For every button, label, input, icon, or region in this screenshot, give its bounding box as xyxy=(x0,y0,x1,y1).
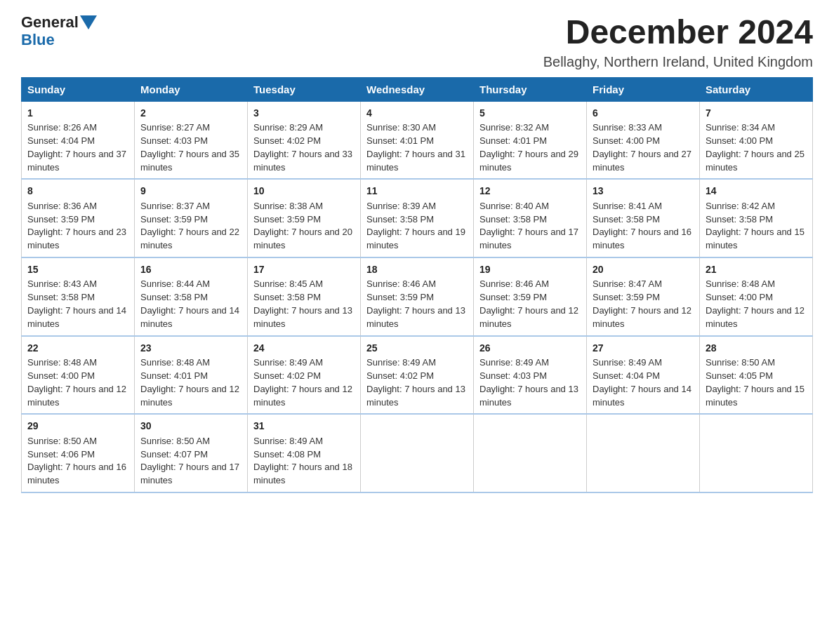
day-daylight: Daylight: 7 hours and 33 minutes xyxy=(253,149,352,173)
week-row-5: 29 Sunrise: 8:50 AM Sunset: 4:06 PM Dayl… xyxy=(22,414,813,492)
day-sunset: Sunset: 3:59 PM xyxy=(479,292,547,302)
page-subtitle: Bellaghy, Northern Ireland, United Kingd… xyxy=(543,54,813,70)
day-cell: 14 Sunrise: 8:42 AM Sunset: 3:58 PM Dayl… xyxy=(700,179,813,257)
calendar-table: SundayMondayTuesdayWednesdayThursdayFrid… xyxy=(21,77,813,493)
day-sunset: Sunset: 3:59 PM xyxy=(140,214,208,224)
header-thursday: Thursday xyxy=(474,77,587,101)
day-cell: 27 Sunrise: 8:49 AM Sunset: 4:04 PM Dayl… xyxy=(587,336,700,415)
day-sunset: Sunset: 3:59 PM xyxy=(27,214,95,224)
day-daylight: Daylight: 7 hours and 31 minutes xyxy=(366,149,465,173)
day-sunrise: Sunrise: 8:49 AM xyxy=(479,357,549,368)
day-number: 4 xyxy=(366,106,468,120)
day-daylight: Daylight: 7 hours and 29 minutes xyxy=(479,149,578,173)
day-daylight: Daylight: 7 hours and 15 minutes xyxy=(706,227,805,250)
day-sunset: Sunset: 4:08 PM xyxy=(253,449,321,459)
day-cell: 4 Sunrise: 8:30 AM Sunset: 4:01 PM Dayli… xyxy=(361,101,474,179)
day-cell: 17 Sunrise: 8:45 AM Sunset: 3:58 PM Dayl… xyxy=(248,257,361,336)
day-sunrise: Sunrise: 8:48 AM xyxy=(27,357,97,368)
day-number: 18 xyxy=(366,262,468,276)
day-sunset: Sunset: 3:58 PM xyxy=(479,214,547,224)
day-cell: 23 Sunrise: 8:48 AM Sunset: 4:01 PM Dayl… xyxy=(135,336,248,415)
day-daylight: Daylight: 7 hours and 20 minutes xyxy=(253,227,352,250)
header-sunday: Sunday xyxy=(22,77,135,101)
day-cell: 21 Sunrise: 8:48 AM Sunset: 4:00 PM Dayl… xyxy=(700,257,813,336)
day-sunset: Sunset: 4:02 PM xyxy=(366,370,434,381)
day-sunrise: Sunrise: 8:41 AM xyxy=(593,201,662,211)
day-daylight: Daylight: 7 hours and 27 minutes xyxy=(593,149,691,173)
day-number: 14 xyxy=(706,184,807,198)
day-cell: 31 Sunrise: 8:49 AM Sunset: 4:08 PM Dayl… xyxy=(248,414,361,492)
day-sunrise: Sunrise: 8:49 AM xyxy=(593,357,662,368)
day-daylight: Daylight: 7 hours and 12 minutes xyxy=(593,305,691,329)
title-area: December 2024 Bellaghy, Northern Ireland… xyxy=(543,14,813,70)
day-cell: 5 Sunrise: 8:32 AM Sunset: 4:01 PM Dayli… xyxy=(474,101,587,179)
day-sunset: Sunset: 4:00 PM xyxy=(706,135,773,146)
day-cell xyxy=(474,414,587,492)
day-sunset: Sunset: 3:58 PM xyxy=(366,214,434,224)
day-sunset: Sunset: 3:58 PM xyxy=(140,292,208,302)
day-sunrise: Sunrise: 8:42 AM xyxy=(706,201,775,211)
day-sunset: Sunset: 4:07 PM xyxy=(140,449,208,459)
day-daylight: Daylight: 7 hours and 17 minutes xyxy=(140,462,239,485)
day-cell: 22 Sunrise: 8:48 AM Sunset: 4:00 PM Dayl… xyxy=(22,336,135,415)
day-cell: 26 Sunrise: 8:49 AM Sunset: 4:03 PM Dayl… xyxy=(474,336,587,415)
day-sunrise: Sunrise: 8:26 AM xyxy=(27,122,97,133)
day-number: 16 xyxy=(140,262,241,276)
day-daylight: Daylight: 7 hours and 37 minutes xyxy=(27,149,126,173)
day-cell: 8 Sunrise: 8:36 AM Sunset: 3:59 PM Dayli… xyxy=(22,179,135,257)
day-number: 12 xyxy=(479,184,581,198)
day-daylight: Daylight: 7 hours and 14 minutes xyxy=(27,305,126,329)
day-cell: 19 Sunrise: 8:46 AM Sunset: 3:59 PM Dayl… xyxy=(474,257,587,336)
day-sunrise: Sunrise: 8:39 AM xyxy=(366,201,436,211)
week-row-1: 1 Sunrise: 8:26 AM Sunset: 4:04 PM Dayli… xyxy=(22,101,813,179)
day-number: 25 xyxy=(366,341,468,355)
day-daylight: Daylight: 7 hours and 14 minutes xyxy=(140,305,239,329)
day-cell: 25 Sunrise: 8:49 AM Sunset: 4:02 PM Dayl… xyxy=(361,336,474,415)
day-sunrise: Sunrise: 8:34 AM xyxy=(706,122,775,133)
day-cell: 2 Sunrise: 8:27 AM Sunset: 4:03 PM Dayli… xyxy=(135,101,248,179)
calendar-header: SundayMondayTuesdayWednesdayThursdayFrid… xyxy=(22,77,813,101)
day-sunrise: Sunrise: 8:40 AM xyxy=(479,201,549,211)
day-cell: 30 Sunrise: 8:50 AM Sunset: 4:07 PM Dayl… xyxy=(135,414,248,492)
day-number: 3 xyxy=(253,106,355,120)
day-number: 31 xyxy=(253,419,355,433)
day-cell xyxy=(700,414,813,492)
day-sunrise: Sunrise: 8:49 AM xyxy=(366,357,436,368)
day-sunset: Sunset: 4:05 PM xyxy=(706,370,773,381)
day-sunset: Sunset: 4:01 PM xyxy=(140,370,208,381)
day-sunset: Sunset: 3:58 PM xyxy=(253,292,321,302)
day-sunrise: Sunrise: 8:44 AM xyxy=(140,279,210,289)
day-sunrise: Sunrise: 8:49 AM xyxy=(253,436,323,446)
day-sunset: Sunset: 3:58 PM xyxy=(593,214,660,224)
day-sunrise: Sunrise: 8:38 AM xyxy=(253,201,323,211)
day-number: 28 xyxy=(706,341,807,355)
week-row-4: 22 Sunrise: 8:48 AM Sunset: 4:00 PM Dayl… xyxy=(22,336,813,415)
header-tuesday: Tuesday xyxy=(248,77,361,101)
logo: General Blue xyxy=(21,14,98,49)
day-sunrise: Sunrise: 8:43 AM xyxy=(27,279,97,289)
day-cell: 7 Sunrise: 8:34 AM Sunset: 4:00 PM Dayli… xyxy=(700,101,813,179)
calendar-body: 1 Sunrise: 8:26 AM Sunset: 4:04 PM Dayli… xyxy=(22,101,813,492)
day-sunrise: Sunrise: 8:48 AM xyxy=(706,279,775,289)
day-daylight: Daylight: 7 hours and 15 minutes xyxy=(706,384,805,408)
day-cell: 9 Sunrise: 8:37 AM Sunset: 3:59 PM Dayli… xyxy=(135,179,248,257)
day-daylight: Daylight: 7 hours and 13 minutes xyxy=(479,384,578,408)
day-sunset: Sunset: 4:06 PM xyxy=(27,449,95,459)
day-number: 20 xyxy=(593,262,694,276)
day-number: 1 xyxy=(27,106,128,120)
day-sunset: Sunset: 4:03 PM xyxy=(479,370,547,381)
day-cell: 29 Sunrise: 8:50 AM Sunset: 4:06 PM Dayl… xyxy=(22,414,135,492)
day-cell xyxy=(361,414,474,492)
day-sunrise: Sunrise: 8:48 AM xyxy=(140,357,210,368)
day-sunrise: Sunrise: 8:46 AM xyxy=(366,279,436,289)
day-daylight: Daylight: 7 hours and 25 minutes xyxy=(706,149,805,173)
header-row: SundayMondayTuesdayWednesdayThursdayFrid… xyxy=(22,77,813,101)
day-sunset: Sunset: 4:00 PM xyxy=(706,292,773,302)
day-sunset: Sunset: 4:01 PM xyxy=(366,135,434,146)
day-daylight: Daylight: 7 hours and 12 minutes xyxy=(27,384,126,408)
day-daylight: Daylight: 7 hours and 35 minutes xyxy=(140,149,239,173)
day-sunrise: Sunrise: 8:33 AM xyxy=(593,122,662,133)
day-cell: 15 Sunrise: 8:43 AM Sunset: 3:58 PM Dayl… xyxy=(22,257,135,336)
day-sunrise: Sunrise: 8:36 AM xyxy=(27,201,97,211)
day-sunrise: Sunrise: 8:50 AM xyxy=(706,357,775,368)
